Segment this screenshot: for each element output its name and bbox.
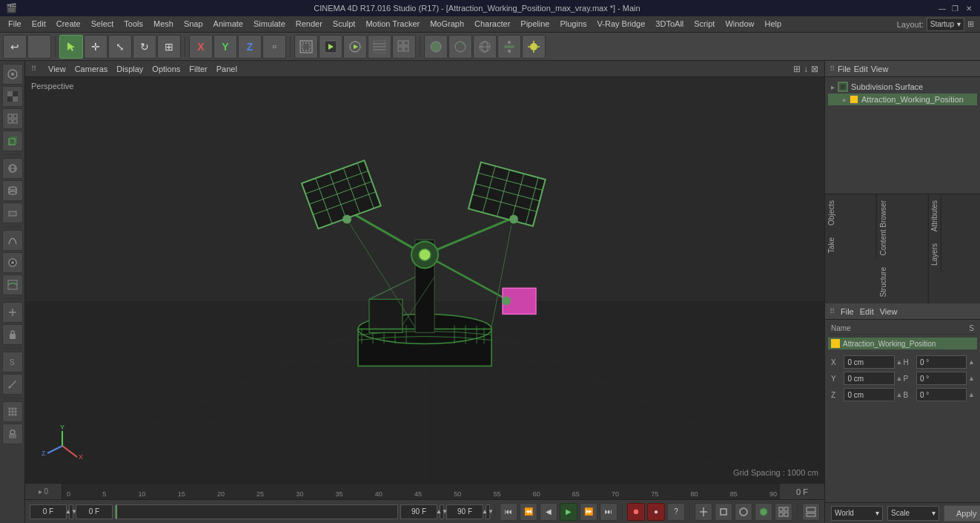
menu-file[interactable]: File	[3, 18, 27, 30]
y-axis-button[interactable]: Y	[213, 35, 237, 59]
skip-to-start-button[interactable]: ⏮	[500, 503, 517, 521]
x-axis-button[interactable]: X	[189, 35, 213, 59]
frame-arrows[interactable]: ▲▼	[69, 504, 73, 519]
scale-dropdown[interactable]: Scale ▾	[887, 506, 939, 521]
viewport-1-button[interactable]	[424, 35, 448, 59]
render-settings-button[interactable]	[368, 35, 391, 59]
attr-b-field[interactable]: 0 °	[916, 388, 967, 401]
viewport-icon-3[interactable]: ⊠	[811, 64, 818, 74]
vh-filter[interactable]: Filter	[189, 65, 207, 73]
rotate-tool-button[interactable]: ↻	[133, 35, 156, 59]
scene-item-subdivision[interactable]: ▸ Subdivision Surface	[828, 80, 977, 93]
scale-tool-button[interactable]: ⤡	[108, 35, 132, 59]
menu-vray[interactable]: V-Ray Bridge	[592, 18, 651, 30]
timeline-scrubber[interactable]	[115, 504, 398, 519]
attr-h-field[interactable]: 0 °	[916, 355, 967, 369]
apply-button[interactable]: Apply	[944, 505, 980, 522]
undo-button[interactable]: ↩	[3, 35, 27, 59]
keyframe-param-button[interactable]	[755, 503, 772, 521]
menu-script[interactable]: Script	[689, 18, 720, 30]
end-frame-field[interactable]: 90 F	[400, 504, 437, 519]
scene-file[interactable]: File	[838, 65, 851, 73]
attr-z-up[interactable]: ▲	[896, 391, 902, 398]
tab-layers[interactable]: Layers	[928, 237, 941, 272]
tab-take[interactable]: Take	[825, 231, 877, 259]
menu-window[interactable]: Window	[720, 18, 759, 30]
menu-sculpt[interactable]: Sculpt	[328, 18, 361, 30]
current-frame-field[interactable]: 0 F	[30, 504, 67, 519]
keyframe-move-button[interactable]	[695, 503, 712, 521]
redo-button[interactable]: ↪	[27, 35, 51, 59]
anim-layout-button[interactable]	[802, 503, 820, 521]
lt-cylinder-btn[interactable]	[2, 180, 23, 201]
close-btn[interactable]: ✕	[964, 3, 974, 13]
tab-content-browser[interactable]: Content Browser	[877, 194, 929, 261]
transform-button[interactable]: ⊞	[157, 35, 181, 59]
attr-h-up[interactable]: ▲	[968, 358, 974, 366]
play-reverse-button[interactable]: ◀	[540, 503, 557, 521]
lt-sphere-btn[interactable]	[2, 158, 23, 179]
lt-nurbs-btn[interactable]	[2, 252, 23, 273]
world-dropdown[interactable]: World ▾	[831, 506, 883, 521]
lt-plane-btn[interactable]	[2, 203, 23, 223]
menu-edit[interactable]: Edit	[27, 18, 51, 30]
lt-spline-btn[interactable]	[2, 230, 23, 251]
vh-cameras[interactable]: Cameras	[75, 65, 108, 73]
viewport-canvas[interactable]: Perspective	[25, 77, 824, 483]
next-frame-button[interactable]: ⏩	[580, 503, 597, 521]
maximize-btn[interactable]: ❐	[950, 3, 961, 13]
menu-mograph[interactable]: MoGraph	[425, 18, 469, 30]
layout-dropdown[interactable]: Startup ▾	[927, 18, 964, 31]
menu-motion-tracker[interactable]: Motion Tracker	[360, 18, 425, 30]
tab-structure[interactable]: Structure	[877, 261, 929, 303]
vh-view[interactable]: View	[48, 65, 66, 73]
menu-pipeline[interactable]: Pipeline	[515, 18, 554, 30]
vh-panel[interactable]: Panel	[216, 65, 237, 73]
record-question-button[interactable]: ?	[667, 503, 685, 521]
lt-paint-btn[interactable]	[2, 374, 23, 395]
lt-deformer-btn[interactable]	[2, 274, 23, 295]
menu-select[interactable]: Select	[86, 18, 119, 30]
attr-y-up[interactable]: ▲	[896, 375, 902, 382]
keyframe-scale-button[interactable]	[715, 503, 732, 521]
viewport-icon-2[interactable]: ↓	[804, 64, 808, 74]
prev-frame-button[interactable]: ⏪	[520, 503, 537, 521]
menu-tools[interactable]: Tools	[119, 18, 148, 30]
play-button[interactable]: ▶	[560, 503, 577, 521]
tab-attributes[interactable]: Attributes	[928, 194, 941, 237]
viewport-2-button[interactable]	[448, 35, 472, 59]
menu-3dtoall[interactable]: 3DToAll	[650, 18, 689, 30]
move-tool-button[interactable]: ✛	[84, 35, 107, 59]
lt-stamp-btn[interactable]: S	[2, 352, 23, 372]
attr-x-up[interactable]: ▲	[896, 358, 902, 366]
end-frame-arrows[interactable]: ▲▼	[440, 504, 444, 519]
viewport-3-button[interactable]	[473, 35, 497, 59]
render-region-button[interactable]	[294, 35, 318, 59]
menu-render[interactable]: Render	[291, 18, 328, 30]
snap-button[interactable]	[497, 35, 521, 59]
lt-pointer-btn[interactable]	[2, 64, 23, 85]
render-queue-button[interactable]	[392, 35, 416, 59]
layout-expand-icon[interactable]: ⊞	[967, 19, 974, 29]
scene-item-attraction[interactable]: ▸ Attraction_Working_Position	[828, 93, 977, 105]
minimize-btn[interactable]: —	[937, 3, 947, 13]
keyframe-grid-button[interactable]	[775, 503, 792, 521]
attr-p-up[interactable]: ▲	[968, 375, 974, 382]
lt-field-btn[interactable]	[2, 302, 23, 323]
render-button[interactable]	[343, 35, 367, 59]
attr-view[interactable]: View	[880, 307, 898, 316]
attr-edit[interactable]: Edit	[860, 307, 874, 316]
window-controls[interactable]: — ❐ ✕	[937, 3, 974, 13]
lt-cube-btn[interactable]	[2, 131, 23, 151]
keyframe-rotate-button[interactable]	[735, 503, 752, 521]
lt-grid2-btn[interactable]	[2, 401, 23, 422]
record-button[interactable]: ⏺	[627, 503, 645, 521]
select-tool-button[interactable]	[59, 35, 83, 59]
frame-field-4-arrows[interactable]: ▲▼	[486, 504, 490, 519]
lt-lock-btn[interactable]	[2, 324, 23, 345]
menu-create[interactable]: Create	[51, 18, 86, 30]
timeline-ruler[interactable]: 0 5 10 15 20 25 30 35 40 45	[62, 484, 780, 499]
attr-file[interactable]: File	[841, 307, 854, 316]
attr-z-pos[interactable]: 0 cm	[844, 388, 894, 401]
free-axis-button[interactable]: ○	[262, 35, 286, 59]
